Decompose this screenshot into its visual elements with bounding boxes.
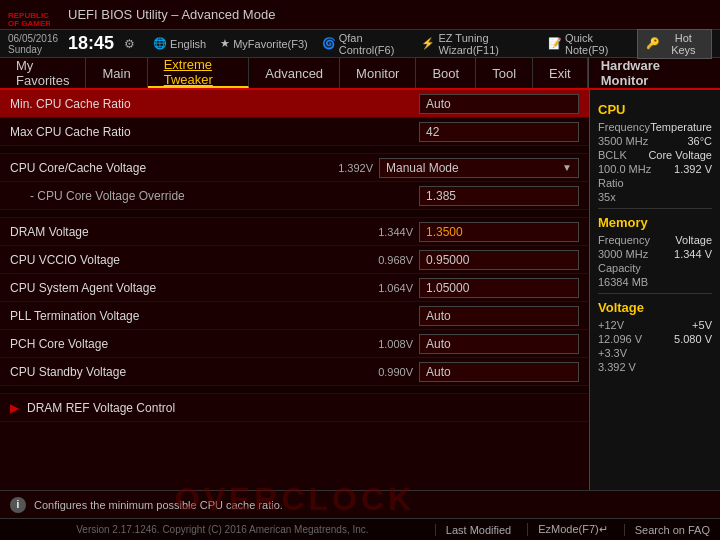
settings-panel: Min. CPU Cache Ratio Auto Max CPU Cache … [0, 90, 590, 490]
setting-value[interactable]: Auto [419, 334, 579, 354]
setting-cpu-core-cache-voltage[interactable]: CPU Core/Cache Voltage 1.392V Manual Mod… [0, 154, 589, 182]
expand-arrow-icon: ▶ [10, 401, 19, 415]
ez-tuning-shortcut[interactable]: ⚡ EZ Tuning Wizard(F11) [421, 32, 534, 56]
hw-row: 35x [598, 191, 712, 203]
svg-text:OF GAMERS: OF GAMERS [8, 19, 50, 26]
logo-area: REPUBLIC OF GAMERS [8, 4, 50, 26]
setting-cpu-standby-voltage[interactable]: CPU Standby Voltage 0.990V Auto [0, 358, 589, 386]
ez-mode-button[interactable]: EzMode(F7)↵ [527, 523, 608, 536]
spacer [0, 210, 589, 218]
nav-bar: My Favorites Main Extreme Tweaker Advanc… [0, 58, 720, 90]
language-shortcut[interactable]: 🌐 English [153, 32, 206, 56]
voltage-readout: 0.990V [368, 366, 413, 378]
setting-cpu-system-agent-voltage[interactable]: CPU System Agent Voltage 1.064V 1.05000 [0, 274, 589, 302]
qfan-shortcut[interactable]: 🌀 Qfan Control(F6) [322, 32, 408, 56]
setting-label: PCH Core Voltage [10, 332, 368, 356]
setting-label: DRAM Voltage [10, 220, 368, 244]
date-display: 06/05/2016 Sunday [8, 33, 58, 55]
setting-min-cpu-cache-ratio[interactable]: Min. CPU Cache Ratio Auto [0, 90, 589, 118]
rog-logo-icon: REPUBLIC OF GAMERS [8, 4, 50, 26]
hw-voltage-section-title: Voltage [598, 300, 712, 315]
top-bar: REPUBLIC OF GAMERS UEFI BIOS Utility – A… [0, 0, 720, 30]
setting-value[interactable]: Auto [419, 362, 579, 382]
nav-extreme-tweaker[interactable]: Extreme Tweaker [148, 58, 250, 88]
setting-value[interactable]: 42 [419, 122, 579, 142]
setting-value[interactable]: 1.05000 [419, 278, 579, 298]
setting-value[interactable]: Auto [419, 94, 579, 114]
setting-label: CPU Standby Voltage [10, 360, 368, 384]
main-content: Min. CPU Cache Ratio Auto Max CPU Cache … [0, 90, 720, 490]
hw-divider [598, 293, 712, 294]
search-faq-button[interactable]: Search on FAQ [624, 524, 710, 536]
nav-boot[interactable]: Boot [416, 58, 476, 88]
spacer [0, 146, 589, 154]
hw-monitor-nav-label: Hardware Monitor [588, 58, 712, 88]
setting-label: DRAM REF Voltage Control [27, 396, 579, 420]
hw-row: BCLK Core Voltage [598, 149, 712, 161]
setting-value[interactable]: Auto [419, 306, 579, 326]
spacer [0, 386, 589, 394]
nav-right: Hardware Monitor [588, 58, 720, 88]
setting-pll-termination-voltage[interactable]: PLL Termination Voltage Auto [0, 302, 589, 330]
dropdown-arrow-icon: ▼ [562, 162, 572, 173]
nav-main[interactable]: Main [86, 58, 147, 88]
footer-right: Last Modified EzMode(F7)↵ Search on FAQ [435, 523, 710, 536]
setting-label: PLL Termination Voltage [10, 304, 419, 328]
hw-row: 16384 MB [598, 276, 712, 288]
setting-value[interactable]: 1.3500 [419, 222, 579, 242]
voltage-readout: 0.968V [368, 254, 413, 266]
setting-max-cpu-cache-ratio[interactable]: Max CPU Cache Ratio 42 [0, 118, 589, 146]
hw-row: Frequency Voltage [598, 234, 712, 246]
setting-label: CPU System Agent Voltage [10, 276, 368, 300]
nav-exit[interactable]: Exit [533, 58, 588, 88]
setting-value[interactable]: 1.385 [419, 186, 579, 206]
nav-my-favorites[interactable]: My Favorites [0, 58, 86, 88]
last-modified-button[interactable]: Last Modified [435, 524, 511, 536]
shortcut-bar: 🌐 English ★ MyFavorite(F3) 🌀 Qfan Contro… [153, 32, 627, 56]
hw-row: 12.096 V 5.080 V [598, 333, 712, 345]
clock-settings-icon[interactable]: ⚙ [124, 37, 135, 51]
voltage-readout: 1.064V [368, 282, 413, 294]
hw-row: +3.3V [598, 347, 712, 359]
info-text: Configures the minimum possible CPU cach… [34, 499, 283, 511]
hw-memory-section-title: Memory [598, 215, 712, 230]
hw-row: Capacity [598, 262, 712, 274]
info-bar: i Configures the minimum possible CPU ca… [0, 490, 720, 518]
hw-row: 3500 MHz 36°C [598, 135, 712, 147]
nav-tool[interactable]: Tool [476, 58, 533, 88]
setting-label: CPU VCCIO Voltage [10, 248, 368, 272]
setting-label: - CPU Core Voltage Override [10, 184, 419, 208]
info-icon: i [10, 497, 26, 513]
hw-row: +12V +5V [598, 319, 712, 331]
voltage-readout: 1.392V [328, 162, 373, 174]
hw-row: Frequency Temperature [598, 121, 712, 133]
nav-advanced[interactable]: Advanced [249, 58, 340, 88]
hw-row: 3.392 V [598, 361, 712, 373]
hw-row: 3000 MHz 1.344 V [598, 248, 712, 260]
quick-note-shortcut[interactable]: 📝 Quick Note(F9) [548, 32, 627, 56]
setting-label: Min. CPU Cache Ratio [10, 92, 419, 116]
setting-cpu-core-voltage-override[interactable]: - CPU Core Voltage Override 1.385 [0, 182, 589, 210]
clock-display: 18:45 [68, 33, 114, 54]
bios-title: UEFI BIOS Utility – Advanced Mode [68, 7, 275, 22]
hw-cpu-section-title: CPU [598, 102, 712, 117]
datetime-bar: 06/05/2016 Sunday 18:45 ⚙ 🌐 English ★ My… [0, 30, 720, 58]
hw-monitor-panel: CPU Frequency Temperature 3500 MHz 36°C … [590, 90, 720, 490]
setting-cpu-vccio-voltage[interactable]: CPU VCCIO Voltage 0.968V 0.95000 [0, 246, 589, 274]
footer: Version 2.17.1246. Copyright (C) 2016 Am… [0, 518, 720, 540]
setting-dram-ref-voltage[interactable]: ▶ DRAM REF Voltage Control [0, 394, 589, 422]
voltage-readout: 1.344V [368, 226, 413, 238]
hw-divider [598, 208, 712, 209]
setting-dram-voltage[interactable]: DRAM Voltage 1.344V 1.3500 [0, 218, 589, 246]
setting-value[interactable]: 0.95000 [419, 250, 579, 270]
hw-row: Ratio [598, 177, 712, 189]
setting-pch-core-voltage[interactable]: PCH Core Voltage 1.008V Auto [0, 330, 589, 358]
setting-dropdown[interactable]: Manual Mode ▼ [379, 158, 579, 178]
nav-items: My Favorites Main Extreme Tweaker Advanc… [0, 58, 588, 88]
nav-monitor[interactable]: Monitor [340, 58, 416, 88]
footer-version: Version 2.17.1246. Copyright (C) 2016 Am… [10, 524, 435, 535]
setting-label: Max CPU Cache Ratio [10, 120, 419, 144]
favorites-shortcut[interactable]: ★ MyFavorite(F3) [220, 32, 308, 56]
hotkeys-button[interactable]: 🔑 Hot Keys [637, 29, 712, 59]
hw-row: 100.0 MHz 1.392 V [598, 163, 712, 175]
